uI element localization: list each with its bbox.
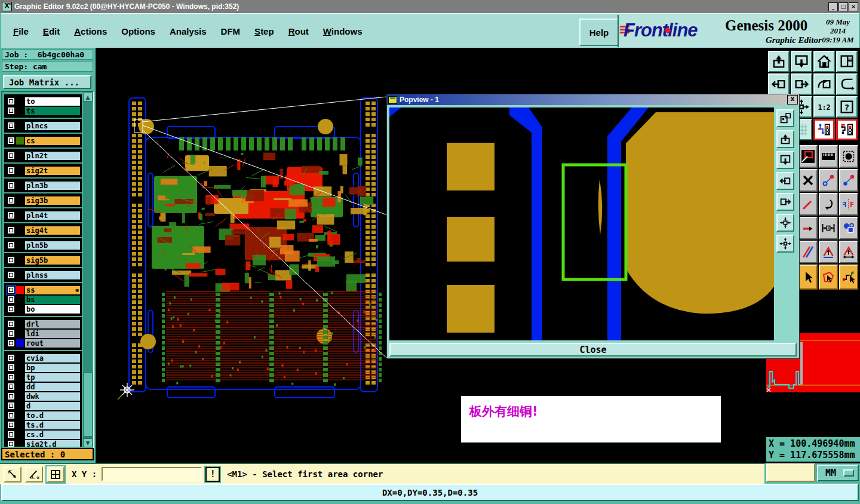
- surface-slope-button[interactable]: [798, 241, 818, 263]
- layer-name[interactable]: pln2t: [25, 152, 80, 160]
- layer-name[interactable]: sig2t.d: [25, 440, 80, 447]
- layer-checkbox[interactable]: [7, 305, 15, 313]
- job-matrix-button[interactable]: Job Matrix ...: [3, 75, 91, 89]
- layer-color-swatch[interactable]: [16, 152, 24, 159]
- popview-pan-button[interactable]: [776, 235, 794, 253]
- layer-checkbox[interactable]: [7, 402, 15, 410]
- layer-name[interactable]: plnss: [25, 271, 80, 279]
- layer-row-bo[interactable]: bo: [6, 305, 80, 314]
- s-route-button[interactable]: [836, 73, 858, 95]
- scroll-down-icon[interactable]: ▼: [83, 438, 93, 447]
- layer-row-sig4t[interactable]: sig4t: [6, 226, 80, 235]
- layer-checkbox[interactable]: [7, 122, 15, 130]
- layer-name[interactable]: plncs: [25, 122, 80, 130]
- menu-edit[interactable]: Edit: [43, 26, 60, 36]
- xy-input[interactable]: [102, 467, 202, 481]
- draw-line-button[interactable]: [798, 193, 818, 216]
- layer-row-sig5b[interactable]: sig5b: [6, 256, 80, 265]
- layer-color-swatch[interactable]: [16, 107, 24, 115]
- layer-name[interactable]: bp: [25, 364, 80, 372]
- layer-color-swatch[interactable]: [16, 286, 24, 294]
- minimize-button[interactable]: _: [828, 2, 838, 11]
- popview-fit-button[interactable]: [776, 214, 794, 232]
- layer-checkbox[interactable]: [7, 256, 15, 264]
- layer-color-swatch[interactable]: [16, 226, 24, 234]
- layer-checkbox[interactable]: [7, 152, 15, 159]
- netlist-b-button[interactable]: [836, 119, 858, 140]
- layer-row-sig2t.d[interactable]: sig2t.d: [6, 440, 80, 447]
- layer-color-swatch[interactable]: [16, 137, 24, 145]
- popview-titlebar[interactable]: Popview - 1 x: [387, 94, 799, 105]
- popview-close-icon[interactable]: x: [787, 95, 798, 105]
- layer-color-swatch[interactable]: [16, 330, 24, 337]
- layer-row-dd[interactable]: dd: [6, 382, 80, 391]
- layer-color-swatch[interactable]: [16, 122, 24, 130]
- menu-dfm[interactable]: DFM: [221, 26, 241, 36]
- zoom-1-2-button[interactable]: 1:2: [813, 96, 835, 118]
- layer-name[interactable]: dd: [25, 383, 80, 391]
- popview-zoom-prev-button[interactable]: [776, 172, 794, 190]
- layer-name[interactable]: pln5b: [25, 241, 80, 250]
- layer-name[interactable]: rout: [25, 339, 80, 348]
- layer-checkbox[interactable]: [7, 167, 15, 174]
- menu-options[interactable]: Options: [121, 26, 155, 36]
- layer-color-swatch[interactable]: [16, 182, 24, 189]
- popview-paste-up-button[interactable]: [776, 130, 794, 148]
- layer-checkbox[interactable]: [7, 373, 15, 381]
- layer-name[interactable]: cs: [25, 137, 80, 145]
- layer-name[interactable]: dwk: [25, 392, 80, 401]
- layer-name[interactable]: ts.d: [25, 421, 80, 429]
- layer-row-to[interactable]: to: [6, 97, 80, 106]
- layer-name[interactable]: pln4t: [25, 211, 80, 220]
- layer-checkbox[interactable]: [7, 97, 15, 105]
- layer-checkbox[interactable]: [7, 271, 15, 279]
- layer-row-ss[interactable]: ss⊞: [6, 285, 80, 294]
- move-fill-dot-button[interactable]: [839, 169, 858, 192]
- layer-color-swatch[interactable]: [16, 402, 24, 410]
- layer-row-plncs[interactable]: plncs: [6, 121, 80, 130]
- close-button[interactable]: ×: [849, 2, 858, 11]
- layer-color-swatch[interactable]: [16, 364, 24, 371]
- layer-name[interactable]: ts: [25, 107, 80, 115]
- layer-checkbox[interactable]: [7, 339, 15, 347]
- monitor-down-button[interactable]: [791, 51, 812, 72]
- layer-checkbox[interactable]: [7, 383, 15, 391]
- layer-color-swatch[interactable]: [16, 211, 24, 219]
- layer-name[interactable]: ss⊞: [25, 286, 80, 294]
- paste-up-button[interactable]: [768, 51, 790, 72]
- layer-name[interactable]: bs: [25, 296, 80, 304]
- layer-checkbox[interactable]: [7, 137, 15, 145]
- resize-symbol-button[interactable]: 4: [819, 217, 838, 239]
- layer-checkbox[interactable]: [7, 320, 15, 328]
- layer-color-swatch[interactable]: [16, 167, 24, 174]
- layer-name[interactable]: to: [25, 97, 80, 106]
- menu-rout[interactable]: Rout: [288, 26, 309, 36]
- layer-color-swatch[interactable]: [16, 97, 24, 105]
- layer-color-swatch[interactable]: [16, 256, 24, 264]
- menu-step[interactable]: Step: [254, 26, 274, 36]
- popview-clone-button[interactable]: [776, 109, 794, 127]
- layer-checkbox[interactable]: [7, 431, 15, 438]
- layer-scrollbar[interactable]: ▲ ▼: [83, 93, 93, 447]
- layer-checkbox[interactable]: [7, 211, 15, 219]
- layer-checkbox[interactable]: [7, 392, 15, 400]
- move-open-dot-button[interactable]: [819, 169, 838, 192]
- layer-checkbox[interactable]: [7, 354, 15, 362]
- menu-actions[interactable]: Actions: [74, 26, 107, 36]
- layer-row-bs[interactable]: bs: [6, 295, 80, 304]
- layer-color-swatch[interactable]: [16, 431, 24, 438]
- layer-row-tp[interactable]: tp: [6, 373, 80, 382]
- menu-windows[interactable]: Windows: [323, 26, 363, 36]
- popview-close-button[interactable]: Close: [389, 343, 797, 357]
- layer-row-pln4t[interactable]: pln4t: [6, 211, 80, 220]
- delete-x-button[interactable]: [798, 169, 818, 192]
- pad-select-button[interactable]: [839, 145, 858, 168]
- layer-row-pln3b[interactable]: pln3b: [6, 181, 80, 190]
- layer-color-swatch[interactable]: [16, 196, 24, 204]
- layer-row-to.d[interactable]: to.d: [6, 411, 80, 420]
- layer-color-swatch[interactable]: [16, 421, 24, 429]
- layer-color-swatch[interactable]: [16, 271, 24, 279]
- layer-name[interactable]: cs.d: [25, 431, 80, 439]
- menu-file[interactable]: File: [13, 26, 29, 36]
- layer-checkbox[interactable]: [7, 226, 15, 234]
